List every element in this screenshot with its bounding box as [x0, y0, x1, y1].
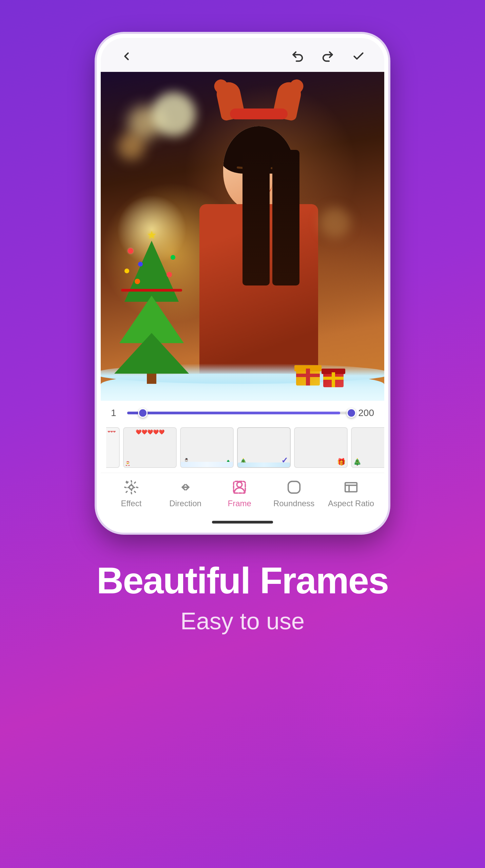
promo-text: Beautiful Frames Easy to use [97, 560, 388, 635]
roundness-label: Roundness [273, 499, 314, 508]
slider-min-label: 1 [111, 408, 120, 418]
nav-item-aspect-ratio[interactable]: Aspect Ratio [328, 478, 374, 508]
home-indicator [101, 518, 384, 529]
christmas-overlay: ★ [101, 333, 384, 401]
svg-point-0 [129, 485, 133, 489]
slider-thumb-end[interactable] [347, 408, 356, 418]
aspect-ratio-label: Aspect Ratio [328, 499, 374, 508]
effect-label: Effect [121, 499, 141, 508]
effect-icon [122, 478, 140, 496]
frame-thumbnail-strip: ❤❤❤ ❤️❤️❤️❤️❤️ 🎅 ⛄ 🌲 🎄 ✓ [101, 424, 384, 473]
frame-thumb-2[interactable]: ⛄ 🌲 [180, 427, 234, 468]
frame-label: Frame [228, 499, 251, 508]
redo-button[interactable] [319, 47, 337, 65]
svg-point-3 [237, 482, 242, 487]
back-button[interactable] [118, 47, 135, 65]
phone-screen: ★ [97, 34, 388, 533]
svg-rect-5 [288, 481, 300, 493]
home-bar [212, 521, 273, 524]
top-bar [101, 38, 384, 72]
main-title: Beautiful Frames [97, 560, 388, 601]
confirm-button[interactable] [350, 47, 367, 65]
person-figure [177, 96, 340, 374]
svg-rect-6 [345, 483, 357, 492]
frame-thumb-3-selected[interactable]: 🎄 ✓ [237, 427, 291, 468]
nav-item-effect[interactable]: Effect [111, 478, 152, 508]
undo-button[interactable] [289, 47, 306, 65]
selected-checkmark: ✓ [281, 456, 288, 465]
slider-fill [127, 412, 340, 414]
sub-title: Easy to use [97, 608, 388, 635]
frame-icon [231, 478, 248, 496]
aspect-ratio-icon [342, 478, 360, 496]
nav-item-direction[interactable]: Direction [165, 478, 206, 508]
bokeh-light-3 [118, 133, 145, 160]
christmas-tree: ★ [114, 235, 189, 384]
gift-box-1 [296, 365, 320, 386]
slider-max-label: 200 [358, 408, 374, 418]
gift-box-2 [323, 369, 344, 387]
nav-item-roundness[interactable]: Roundness [273, 478, 314, 508]
slider-track[interactable] [127, 412, 351, 414]
direction-icon [177, 478, 194, 496]
bokeh-light-2 [152, 92, 196, 136]
frame-thumb-5[interactable]: 🎋 🎄 [351, 427, 384, 468]
slider-thumb-start[interactable] [138, 408, 148, 418]
frame-thumb-partial[interactable]: ❤❤❤ [106, 427, 120, 468]
frame-slider: 1 200 [101, 401, 384, 424]
photo-canvas: ★ [101, 72, 384, 401]
frame-thumb-4[interactable]: 🎁 [294, 427, 348, 468]
bokeh-light-4 [320, 208, 350, 238]
phone-mockup: ★ [97, 34, 388, 533]
frame-thumb-1[interactable]: ❤️❤️❤️❤️❤️ 🎅 [123, 427, 177, 468]
nav-item-frame[interactable]: Frame [219, 478, 260, 508]
direction-label: Direction [169, 499, 201, 508]
roundness-icon [285, 478, 303, 496]
bottom-navigation: Effect Direction [101, 473, 384, 518]
